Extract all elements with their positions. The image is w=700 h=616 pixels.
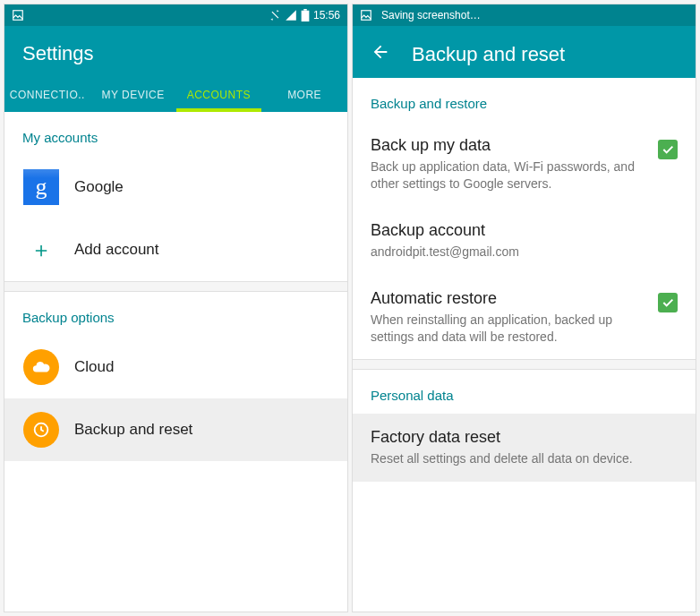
section-backup-restore: Backup and restore	[353, 78, 696, 122]
back-button[interactable]	[371, 42, 390, 67]
svg-rect-4	[362, 11, 371, 21]
setting-subtitle: androidpit.test@gmail.com	[371, 244, 667, 261]
notification-text: Saving screenshot…	[381, 9, 481, 21]
divider	[4, 281, 347, 292]
factory-reset-row[interactable]: Factory data reset Reset all settings an…	[353, 414, 696, 482]
tab-connections[interactable]: CONNECTIO..	[4, 76, 90, 112]
content-area: My accounts g Google ＋ Add account Backu…	[4, 112, 347, 612]
backup-my-data-row[interactable]: Back up my data Back up application data…	[353, 122, 696, 207]
signal-icon	[285, 9, 297, 21]
screen-backup-reset: Saving screenshot… Backup and reset Back…	[352, 4, 696, 612]
content-area: Backup and restore Back up my data Back …	[353, 78, 696, 612]
google-icon: g	[23, 169, 59, 205]
setting-title: Back up my data	[371, 136, 647, 155]
picture-icon	[360, 9, 372, 21]
setting-title: Automatic restore	[371, 289, 647, 308]
page-title: Backup and reset	[412, 43, 565, 66]
battery-icon	[301, 9, 310, 21]
divider	[353, 359, 696, 370]
app-bar: Settings	[4, 26, 347, 76]
tab-my-device[interactable]: MY DEVICE	[90, 76, 176, 112]
automatic-restore-row[interactable]: Automatic restore When reinstalling an a…	[353, 275, 696, 360]
auto-restore-checkbox[interactable]	[658, 293, 678, 312]
setting-subtitle: When reinstalling an application, backed…	[371, 312, 647, 346]
backup-data-checkbox[interactable]	[658, 140, 678, 159]
status-bar: Saving screenshot…	[353, 4, 696, 26]
setting-title: Factory data reset	[371, 428, 667, 447]
picture-icon	[12, 9, 24, 21]
setting-title: Backup account	[371, 221, 667, 240]
setting-subtitle: Reset all settings and delete all data o…	[371, 450, 667, 467]
backup-reset-label: Backup and reset	[74, 421, 192, 439]
svg-rect-2	[303, 9, 307, 11]
cloud-row[interactable]: Cloud	[4, 336, 347, 398]
account-label: Google	[74, 178, 124, 196]
tab-strip: CONNECTIO.. MY DEVICE ACCOUNTS MORE	[4, 76, 347, 112]
section-backup-options: Backup options	[4, 292, 347, 336]
app-bar: Backup and reset	[353, 26, 696, 78]
add-account-row[interactable]: ＋ Add account	[4, 218, 347, 281]
cloud-icon	[23, 349, 59, 385]
section-my-accounts: My accounts	[4, 112, 347, 156]
tab-more[interactable]: MORE	[261, 76, 347, 112]
cloud-label: Cloud	[74, 358, 114, 376]
setting-subtitle: Back up application data, Wi-Fi password…	[371, 158, 647, 192]
page-title: Settings	[22, 42, 94, 65]
add-account-label: Add account	[74, 241, 159, 259]
backup-reset-row[interactable]: Backup and reset	[4, 398, 347, 461]
svg-rect-1	[302, 11, 310, 21]
plus-icon: ＋	[30, 235, 52, 264]
section-personal-data: Personal data	[353, 370, 696, 414]
account-row-google[interactable]: g Google	[4, 156, 347, 218]
screen-settings-accounts: 15:56 Settings CONNECTIO.. MY DEVICE ACC…	[4, 4, 348, 612]
backup-reset-icon	[23, 412, 59, 448]
tab-accounts[interactable]: ACCOUNTS	[176, 76, 262, 112]
status-time: 15:56	[313, 9, 340, 21]
vibrate-icon	[269, 9, 281, 21]
status-bar: 15:56	[4, 4, 347, 26]
backup-account-row[interactable]: Backup account androidpit.test@gmail.com	[353, 207, 696, 275]
svg-rect-0	[13, 11, 23, 21]
